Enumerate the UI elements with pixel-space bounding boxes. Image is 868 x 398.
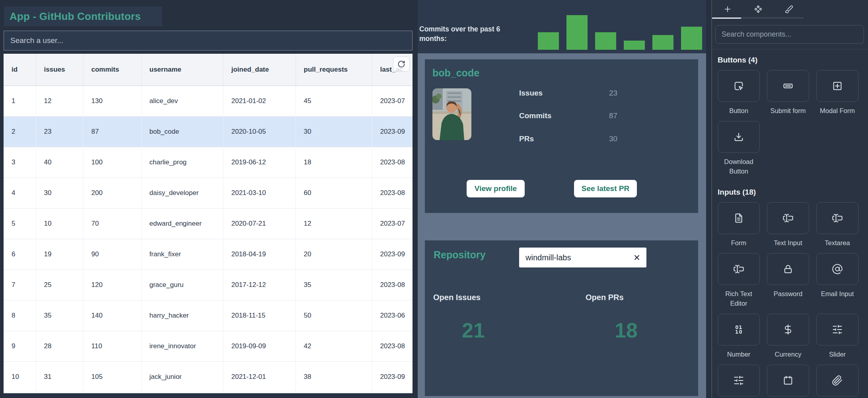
- stat-value: 30: [609, 135, 617, 146]
- column-header-commits: commits: [83, 54, 141, 86]
- component-sidebar: Buttons (4)ButtonSubmit formModal FormDo…: [711, 0, 868, 398]
- component-item-rich-text-editor[interactable]: Rich Text Editor: [718, 253, 760, 308]
- component-item-email-input[interactable]: Email Input: [816, 253, 858, 298]
- component-item-submit-form[interactable]: Submit form: [767, 70, 809, 115]
- component-card[interactable]: [816, 253, 858, 285]
- component-card[interactable]: [718, 365, 760, 396]
- component-item-calendar[interactable]: [767, 365, 809, 398]
- table-row[interactable]: 835140harry_hacker2018-11-15502023-06: [4, 300, 413, 331]
- component-label: Slider: [816, 349, 858, 359]
- text-cursor-icon: [733, 263, 744, 275]
- stat-value: 23: [609, 89, 617, 100]
- tabbar-underline: [741, 18, 804, 18]
- component-card[interactable]: [718, 202, 760, 234]
- component-card[interactable]: [718, 70, 760, 102]
- see-latest-pr-button[interactable]: See latest PR: [574, 180, 637, 197]
- table-cell: 200: [83, 178, 141, 208]
- table-cell: 2023-08: [372, 147, 413, 178]
- sidebar-divider: [712, 49, 868, 49]
- component-item-form[interactable]: Form: [718, 202, 760, 248]
- stat-row-prs: PRs30: [519, 135, 617, 146]
- search-user-input[interactable]: [4, 31, 413, 51]
- component-grid: ButtonSubmit formModal FormDownload Butt…: [718, 70, 862, 176]
- table-row[interactable]: 430200daisy_developer2021-03-10602023-08: [4, 178, 413, 208]
- plus-icon: [723, 5, 732, 14]
- contributors-table: idissuescommitsusernamejoined_datepull_r…: [4, 54, 413, 393]
- component-card[interactable]: [816, 202, 858, 234]
- component-item-slider[interactable]: Slider: [816, 314, 858, 359]
- component-card[interactable]: [767, 365, 809, 396]
- column-header-pull_requests: pull_requests: [296, 54, 372, 86]
- text-cursor-icon: [782, 213, 794, 224]
- open-prs-label: Open PRs: [586, 293, 624, 302]
- table-cell: 28: [36, 331, 83, 361]
- search-components-input[interactable]: [715, 25, 864, 44]
- component-card[interactable]: [816, 365, 858, 396]
- table-cell: 18: [296, 147, 372, 178]
- component-item-currency[interactable]: Currency: [767, 314, 809, 359]
- component-item-textarea[interactable]: Textarea: [816, 202, 858, 248]
- table-row[interactable]: 112130alice_dev2021-01-02452023-07: [4, 86, 413, 116]
- table-row[interactable]: 340100charlie_prog2019-06-12182023-08: [4, 147, 413, 178]
- component-card[interactable]: [718, 253, 760, 285]
- component-card[interactable]: [816, 70, 858, 102]
- component-item-number[interactable]: Number: [718, 314, 760, 359]
- section-title: Inputs (18): [718, 188, 862, 197]
- table-cell: 110: [83, 331, 141, 361]
- sliders-icon: [733, 375, 744, 386]
- table-cell: 2023-06: [372, 300, 413, 331]
- table-scrollbar-track[interactable]: [4, 393, 413, 398]
- component-card[interactable]: [767, 70, 809, 102]
- page-title: App - GitHub Contributors: [10, 10, 141, 23]
- commit-bar: [595, 32, 616, 50]
- component-label: Modal Form: [816, 106, 858, 115]
- component-item-password[interactable]: Password: [767, 253, 809, 298]
- table-cell: 2017-12-12: [223, 269, 296, 300]
- table-cell: 70: [83, 208, 141, 239]
- table-cell: 30: [296, 116, 372, 147]
- table-row[interactable]: 1031105jack_junior2021-12-01382023-09: [4, 361, 413, 392]
- component-label: Text Input: [767, 238, 809, 248]
- component-item-text-input[interactable]: Text Input: [767, 202, 809, 248]
- table-row[interactable]: 725120grace_guru2017-12-12352023-08: [4, 269, 413, 300]
- sidebar-tab-paintbrush[interactable]: [773, 0, 804, 18]
- contributor-card: bob_code: [425, 59, 698, 213]
- component-card[interactable]: [767, 253, 809, 285]
- component-card[interactable]: [718, 314, 760, 345]
- sidebar-tab-components[interactable]: [743, 0, 773, 18]
- table-cell: 2023-07: [372, 86, 413, 116]
- table-cell: 1: [4, 86, 36, 116]
- component-item-sliders[interactable]: [718, 365, 760, 398]
- repository-input[interactable]: [525, 253, 633, 263]
- sidebar-tab-plus[interactable]: [712, 0, 743, 18]
- table-cell: 90: [83, 239, 141, 269]
- clear-input-icon[interactable]: [633, 254, 641, 261]
- component-item-modal-form[interactable]: Modal Form: [816, 70, 858, 115]
- component-card[interactable]: [767, 202, 809, 234]
- component-item-download-button[interactable]: Download Button: [718, 121, 760, 176]
- table-row[interactable]: 61990frank_fixer2018-04-19202023-09: [4, 239, 413, 269]
- table-cell: 45: [296, 86, 372, 116]
- component-item-paperclip[interactable]: [816, 365, 858, 398]
- file-text-icon: [733, 213, 744, 224]
- table-row[interactable]: 928110irene_innovator2019-09-09422023-08: [4, 331, 413, 361]
- commits-bar-chart: [538, 15, 702, 50]
- open-issues-label: Open Issues: [433, 293, 481, 302]
- view-profile-button[interactable]: View profile: [467, 180, 525, 197]
- table-row[interactable]: 51070edward_engineer2020-07-21122023-07: [4, 208, 413, 239]
- table-cell: irene_innovator: [141, 331, 223, 361]
- component-item-button[interactable]: Button: [718, 70, 760, 115]
- table-cell: 2023-09: [372, 116, 413, 147]
- component-card[interactable]: [767, 314, 809, 345]
- refresh-table-button[interactable]: [393, 57, 410, 72]
- table-cell: bob_code: [141, 116, 223, 147]
- table-row[interactable]: 22387bob_code2020-10-05302023-09: [4, 116, 413, 147]
- table-cell: 30: [36, 178, 83, 208]
- table-cell: 42: [296, 331, 372, 361]
- table-cell: 2023-08: [372, 331, 413, 361]
- component-card[interactable]: [816, 314, 858, 345]
- component-card[interactable]: [718, 121, 760, 153]
- calendar-icon: [782, 375, 794, 386]
- stat-row-commits: Commits87: [519, 111, 617, 123]
- table-cell: 60: [296, 178, 372, 208]
